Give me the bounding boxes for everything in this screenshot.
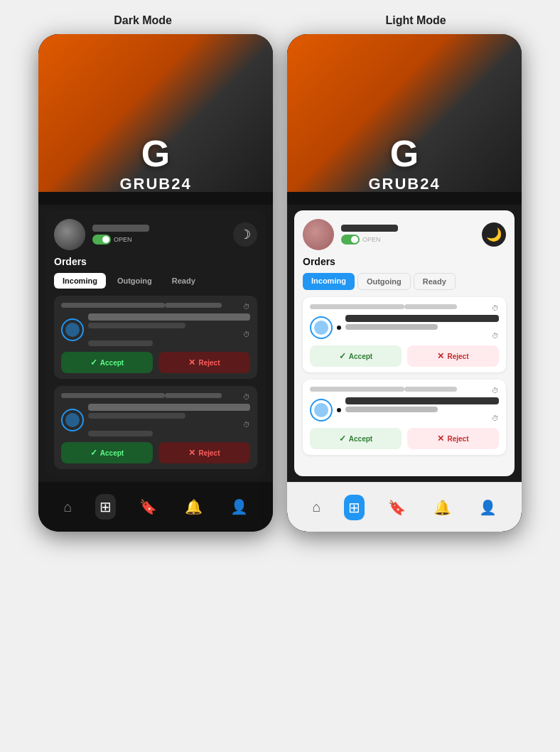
dark-order2-thick1 — [88, 404, 250, 411]
light-open-badge: OPEN — [341, 235, 475, 245]
light-order2-lines: ⏱ — [345, 397, 499, 422]
dark-orders-title: Orders — [54, 256, 257, 267]
light-tab-incoming[interactable]: Incoming — [303, 273, 355, 290]
dark-reject-icon-2: ✕ — [188, 448, 195, 458]
dark-order1-top-lines: ⏱ — [61, 303, 250, 311]
dark-orders-section: Orders Incoming Outgoing Ready ⏱ — [45, 256, 266, 476]
light-orders-title: Orders — [303, 256, 506, 267]
dark-accept-btn-1[interactable]: ✓ Accept — [61, 352, 153, 373]
light-order1-line1 — [310, 304, 404, 309]
dark-accept-icon-2: ✓ — [90, 448, 97, 458]
dark-order1-thick1 — [88, 313, 250, 321]
dark-order1-actions: ✓ Accept ✕ Reject — [61, 352, 250, 373]
dark-order1-line1 — [61, 303, 165, 308]
light-order2-line2 — [404, 387, 457, 392]
dark-order2-clock: ⏱ — [243, 393, 250, 401]
dark-order2-avatar — [61, 409, 84, 431]
dark-reject-btn-2[interactable]: ✕ Reject — [158, 442, 250, 463]
dark-logo-g: G — [141, 135, 170, 172]
dark-order-card-2: ⏱ ⏱ — [54, 386, 257, 469]
light-accept-label-2: Accept — [349, 435, 372, 443]
dark-screen: OPEN ☽ Orders Incoming Outgoing Ready — [45, 210, 266, 476]
light-order1-dot — [337, 326, 341, 330]
dark-order2-lines: ⏱ — [88, 404, 250, 436]
light-open-toggle[interactable] — [341, 235, 360, 245]
dark-tab-ready[interactable]: Ready — [163, 273, 204, 289]
light-nav-grid[interactable]: ⊞ — [344, 495, 365, 520]
light-reject-btn-2[interactable]: ✕ Reject — [407, 428, 499, 449]
dark-open-toggle[interactable] — [92, 235, 111, 245]
light-order2-clock2: ⏱ — [492, 414, 499, 422]
light-logo-g: G — [390, 135, 419, 172]
light-order1-avatar-inner — [314, 321, 328, 335]
dark-mode-label: Dark Mode — [114, 14, 172, 27]
light-nav-home[interactable]: ⌂ — [308, 495, 325, 520]
dark-order2-avatar-inner — [65, 413, 80, 427]
light-accept-icon-1: ✓ — [339, 351, 346, 361]
dark-open-text: OPEN — [114, 236, 132, 243]
dark-brand: GRUB24 — [119, 175, 191, 193]
light-nav-user[interactable]: 👤 — [475, 495, 501, 520]
light-bottom-nav: ⌂ ⊞ 🔖 🔔 👤 — [287, 482, 522, 532]
light-nav-bookmark[interactable]: 🔖 — [384, 495, 410, 520]
dark-nav-bookmark[interactable]: 🔖 — [135, 494, 161, 520]
light-order2-avatar — [310, 399, 333, 421]
light-device-top: G GRUB24 — [287, 34, 522, 205]
light-reject-btn-1[interactable]: ✕ Reject — [407, 345, 499, 367]
light-order-card-2: ⏱ ⏱ ✓ — [303, 380, 506, 455]
dark-screen-header: OPEN ☽ — [45, 210, 266, 256]
light-accept-btn-2[interactable]: ✓ Accept — [310, 428, 402, 449]
dark-order1-lines: ⏱ — [88, 313, 250, 346]
dark-order1-thin2 — [88, 340, 153, 346]
dark-tab-outgoing[interactable]: Outgoing — [109, 273, 161, 289]
dark-order1-thin1 — [88, 323, 185, 328]
dark-nav-grid[interactable]: ⊞ — [95, 494, 116, 520]
light-reject-icon-1: ✕ — [437, 351, 444, 361]
dark-order2-top-lines: ⏱ — [61, 393, 250, 401]
light-mode-device: G GRUB24 OPEN 🌙 Orders — [287, 34, 522, 532]
dark-accept-btn-2[interactable]: ✓ Accept — [61, 442, 153, 463]
light-order2-thick1 — [345, 397, 499, 404]
light-reject-label-1: Reject — [447, 353, 468, 360]
light-orders-section: Orders Incoming Outgoing Ready ⏱ — [294, 256, 515, 476]
dark-order1-clock2: ⏱ — [243, 331, 250, 338]
light-nav-bell[interactable]: 🔔 — [429, 495, 456, 520]
dark-order2-clock2: ⏱ — [243, 421, 250, 429]
light-order2-detail: ⏱ — [310, 397, 499, 422]
light-screen: OPEN 🌙 Orders Incoming Outgoing Ready — [294, 210, 515, 476]
light-order1-thick1 — [345, 315, 499, 322]
dark-nav-home[interactable]: ⌂ — [59, 495, 76, 520]
dark-order2-thin1 — [88, 413, 185, 419]
light-open-text: OPEN — [362, 236, 381, 243]
light-order2-actions: ✓ Accept ✕ Reject — [310, 428, 499, 449]
light-tab-outgoing[interactable]: Outgoing — [357, 273, 411, 290]
light-mode-btn[interactable]: 🌙 — [482, 222, 506, 247]
dark-order1-detail: ⏱ — [61, 313, 250, 346]
dark-order1-avatar — [61, 318, 84, 341]
light-header-info: OPEN — [341, 225, 475, 245]
light-order1-line2 — [404, 304, 457, 309]
light-accept-btn-1[interactable]: ✓ Accept — [310, 345, 402, 367]
light-screen-header: OPEN 🌙 — [294, 210, 515, 256]
dark-nav-bell[interactable]: 🔔 — [181, 494, 207, 520]
dark-order2-actions: ✓ Accept ✕ Reject — [61, 442, 250, 463]
dark-order2-thin2 — [88, 431, 153, 436]
dark-nav-user[interactable]: 👤 — [226, 494, 252, 520]
light-order1-top-lines: ⏱ — [310, 304, 499, 312]
dark-reject-icon-1: ✕ — [188, 358, 195, 367]
light-avatar-inner — [303, 219, 334, 250]
light-order2-thin1 — [345, 407, 438, 412]
light-order1-lines: ⏱ — [345, 315, 499, 340]
light-order2-clock: ⏱ — [492, 387, 499, 394]
dark-accept-label-1: Accept — [100, 359, 124, 367]
dark-tab-incoming[interactable]: Incoming — [54, 273, 106, 289]
dark-reject-btn-1[interactable]: ✕ Reject — [158, 352, 250, 373]
light-order1-clock: ⏱ — [492, 304, 499, 312]
dark-reject-label-1: Reject — [198, 359, 220, 367]
dark-open-badge: OPEN — [92, 235, 226, 245]
dark-mode-btn[interactable]: ☽ — [233, 222, 257, 247]
light-order2-dot — [337, 408, 341, 412]
light-accept-icon-2: ✓ — [339, 434, 346, 444]
light-order1-thin1 — [345, 324, 438, 330]
light-tab-ready[interactable]: Ready — [414, 273, 456, 290]
